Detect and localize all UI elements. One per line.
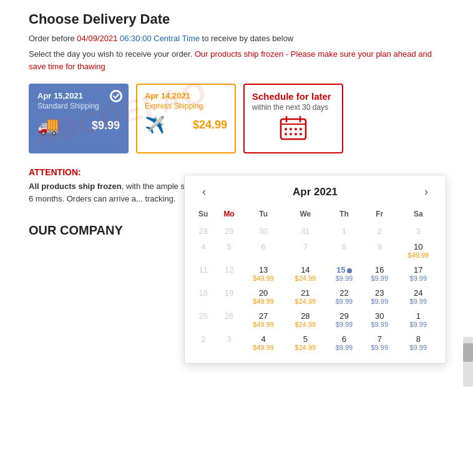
svg-point-6 <box>290 128 292 130</box>
table-row: 7 <box>285 239 326 262</box>
day-number: 7 <box>286 242 324 251</box>
table-row[interactable]: 8$9.99 <box>397 331 439 354</box>
weekday-fr: Fr <box>362 206 397 223</box>
select-day-text: Select the day you wish to receive your … <box>29 48 444 72</box>
calendar-next-button[interactable]: › <box>419 184 433 200</box>
table-row[interactable]: 4$49.99 <box>243 331 285 354</box>
table-row: 11 <box>191 262 216 285</box>
calendar-weekday-row: Su Mo Tu We Th Fr Sa <box>191 206 439 223</box>
day-price: $9.99 <box>364 274 396 282</box>
scrollbar[interactable] <box>463 337 473 387</box>
day-number: 23 <box>364 288 396 298</box>
calendar-popup: ‹ Apr 2021 › Su Mo Tu We Th Fr Sa <box>184 175 446 364</box>
day-price: $24.99 <box>286 344 324 351</box>
day-number: 30 <box>364 311 396 321</box>
weekday-sa: Sa <box>397 206 439 223</box>
day-number: 18 <box>193 288 214 298</box>
shipping-card-schedule[interactable]: Schedule for later within the next 30 da… <box>243 84 343 153</box>
calendar-icon <box>252 115 334 146</box>
table-row[interactable]: 7$9.99 <box>362 331 397 354</box>
schedule-within: within the next 30 days <box>252 103 334 112</box>
day-number: 29 <box>218 226 241 236</box>
selected-badge <box>347 268 352 273</box>
weekday-we: We <box>285 206 326 223</box>
day-number: 5 <box>286 334 324 344</box>
table-row[interactable]: 27$49.99 <box>243 308 285 331</box>
table-row: 3 <box>216 331 243 354</box>
day-number: 6 <box>245 242 283 251</box>
day-price: $9.99 <box>399 321 437 328</box>
day-price: $9.99 <box>364 344 396 351</box>
day-price: $9.99 <box>399 274 437 282</box>
shipping-card-standard[interactable]: Apr 15,2021 Standard Shipping 🚚 $9.99 <box>29 84 129 153</box>
day-price: $9.99 <box>328 344 360 351</box>
weekday-tu: Tu <box>243 206 285 223</box>
day-price: $24.99 <box>286 274 324 282</box>
day-number: 28 <box>193 226 214 236</box>
day-number: 6 <box>328 334 360 344</box>
weekday-th: Th <box>326 206 362 223</box>
page-title: Choose Delivery Date <box>29 11 444 27</box>
check-badge <box>110 90 122 102</box>
day-price: $9.99 <box>364 298 396 305</box>
table-row[interactable]: 6$9.99 <box>326 331 362 354</box>
calendar-row: 234$49.995$24.996$9.997$9.998$9.99 <box>191 331 439 354</box>
day-number: 3 <box>218 334 241 344</box>
table-row[interactable]: 29$9.99 <box>326 308 362 331</box>
calendar-prev-button[interactable]: ‹ <box>197 184 211 200</box>
calendar-header: ‹ Apr 2021 › <box>185 175 446 206</box>
table-row[interactable]: 10$49.99 <box>397 239 439 262</box>
table-row[interactable]: 14$24.99 <box>285 262 326 285</box>
order-suffix: to receive by dates below <box>200 34 293 43</box>
table-row: 28 <box>191 223 216 239</box>
day-number: 4 <box>193 242 214 251</box>
svg-point-5 <box>285 128 287 130</box>
table-row[interactable]: 1$9.99 <box>397 308 439 331</box>
truck-icon: 🚚 <box>37 115 59 136</box>
shipping-options: Apr 15,2021 Standard Shipping 🚚 $9.99 Ap… <box>29 84 444 153</box>
day-number: 16 <box>364 265 396 274</box>
table-row[interactable]: 13$49.99 <box>243 262 285 285</box>
table-row[interactable]: 20$49.99 <box>243 285 285 308</box>
table-row[interactable]: 17$9.99 <box>397 262 439 285</box>
svg-point-12 <box>300 133 302 135</box>
table-row[interactable]: 30$9.99 <box>362 308 397 331</box>
table-row: 6 <box>243 239 285 262</box>
day-price: $49.99 <box>245 274 283 282</box>
page-wrapper: ABCDEFAQ Choose Delivery Date Order befo… <box>0 0 473 250</box>
table-row[interactable]: 23$9.99 <box>362 285 397 308</box>
table-row[interactable]: 22$9.99 <box>326 285 362 308</box>
day-price: $9.99 <box>364 321 396 328</box>
table-row[interactable]: 24$9.99 <box>397 285 439 308</box>
standard-date: Apr 15,2021 <box>37 91 120 100</box>
table-row[interactable]: 16$9.99 <box>362 262 397 285</box>
svg-point-7 <box>295 128 297 130</box>
table-row: 2 <box>191 331 216 354</box>
day-price: $9.99 <box>328 321 360 328</box>
shipping-card-express[interactable]: Apr 14,2021 Express Shipping ✈️ $24.99 <box>136 84 236 153</box>
table-row: 12 <box>216 262 243 285</box>
day-number: 30 <box>245 226 283 236</box>
calendar-month-year: Apr 2021 <box>293 186 338 198</box>
table-row: 26 <box>216 308 243 331</box>
day-number: 7 <box>364 334 396 344</box>
table-row[interactable]: 28$24.99 <box>285 308 326 331</box>
express-type: Express Shipping <box>145 102 227 110</box>
day-number: 25 <box>193 311 214 321</box>
table-row: 18 <box>191 285 216 308</box>
calendar-grid: Su Mo Tu We Th Fr Sa 2829303112345678910… <box>185 206 446 363</box>
table-row[interactable]: 15$9.99 <box>326 262 362 285</box>
day-number: 2 <box>364 226 396 236</box>
calendar-row: 181920$49.9921$24.9922$9.9923$9.9924$9.9… <box>191 285 439 308</box>
table-row[interactable]: 5$24.99 <box>285 331 326 354</box>
day-number: 1 <box>328 226 360 236</box>
day-number: 12 <box>218 265 241 274</box>
express-icon-price: ✈️ $24.99 <box>145 115 227 135</box>
table-row[interactable]: 21$24.99 <box>285 285 326 308</box>
day-number: 27 <box>245 311 283 321</box>
table-row: 2 <box>362 223 397 239</box>
day-number: 17 <box>399 265 437 274</box>
day-number: 8 <box>328 242 360 251</box>
calendar-row: 111213$49.9914$24.9915$9.9916$9.9917$9.9… <box>191 262 439 285</box>
day-price: $9.99 <box>399 298 437 305</box>
